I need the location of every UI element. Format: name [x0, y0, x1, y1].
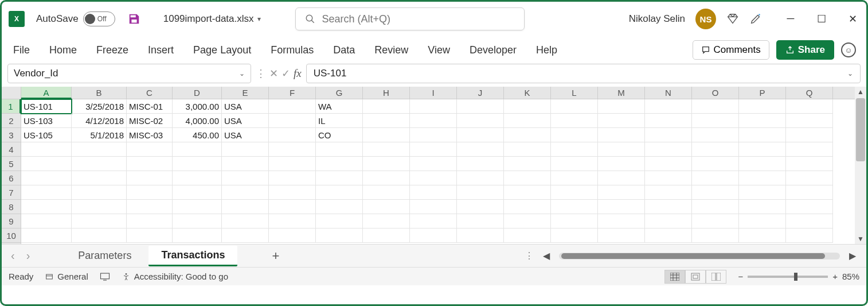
cell[interactable] — [457, 200, 504, 214]
cell[interactable] — [316, 171, 363, 185]
cell[interactable]: 5/1/2018 — [72, 128, 127, 142]
diamond-icon[interactable] — [726, 13, 739, 25]
cell[interactable] — [786, 157, 833, 171]
horizontal-scrollbar[interactable] — [559, 253, 840, 259]
cell[interactable] — [72, 185, 127, 200]
cell[interactable] — [551, 200, 598, 214]
cell[interactable] — [72, 214, 127, 228]
cell[interactable] — [786, 185, 833, 200]
cell[interactable] — [645, 171, 692, 185]
cell[interactable] — [739, 99, 786, 114]
cell[interactable] — [222, 171, 269, 185]
cell[interactable]: WA — [316, 99, 363, 114]
row-header[interactable]: 2 — [2, 114, 21, 128]
cell[interactable] — [786, 200, 833, 214]
cell[interactable] — [269, 99, 316, 114]
cell[interactable] — [551, 214, 598, 228]
cell[interactable] — [645, 228, 692, 243]
column-header[interactable]: M — [598, 87, 645, 99]
cell[interactable] — [645, 157, 692, 171]
cell[interactable] — [269, 128, 316, 142]
cell[interactable] — [222, 185, 269, 200]
maximize-button[interactable]: ☐ — [815, 13, 828, 25]
cell[interactable] — [645, 114, 692, 128]
column-header[interactable]: G — [316, 87, 363, 99]
cell[interactable] — [127, 142, 173, 157]
cell[interactable] — [21, 228, 72, 243]
column-header[interactable]: D — [173, 87, 222, 99]
cell[interactable] — [363, 228, 410, 243]
cell[interactable] — [457, 171, 504, 185]
cell[interactable] — [692, 128, 739, 142]
tab-help[interactable]: Help — [535, 42, 558, 59]
cell[interactable]: 3/25/2018 — [72, 99, 127, 114]
cell[interactable] — [504, 128, 551, 142]
status-accessibility[interactable]: Accessibility: Good to go — [122, 272, 228, 281]
cell[interactable] — [598, 214, 645, 228]
cell[interactable] — [504, 171, 551, 185]
cell[interactable] — [786, 128, 833, 142]
cell[interactable] — [127, 214, 173, 228]
cell[interactable] — [72, 142, 127, 157]
cell[interactable]: CO — [316, 128, 363, 142]
cell[interactable] — [410, 228, 457, 243]
cell[interactable] — [173, 228, 222, 243]
comments-button[interactable]: Comments — [693, 40, 769, 60]
cell[interactable]: US-105 — [21, 128, 72, 142]
avatar[interactable]: NS — [695, 9, 716, 29]
cell[interactable] — [457, 114, 504, 128]
autosave-toggle[interactable]: AutoSave Off — [36, 11, 115, 26]
cell[interactable] — [316, 214, 363, 228]
tab-review[interactable]: Review — [373, 42, 409, 59]
cell[interactable] — [173, 214, 222, 228]
scroll-down-icon[interactable]: ▼ — [855, 235, 866, 243]
cell[interactable] — [739, 157, 786, 171]
cell[interactable] — [739, 228, 786, 243]
cell[interactable] — [127, 157, 173, 171]
cell[interactable]: US-103 — [21, 114, 72, 128]
sheet-tab-parameters[interactable]: Parameters — [65, 246, 144, 265]
cell[interactable] — [457, 157, 504, 171]
cell[interactable] — [363, 214, 410, 228]
cell[interactable] — [269, 200, 316, 214]
normal-view-button[interactable] — [664, 270, 685, 284]
cell[interactable] — [127, 200, 173, 214]
cell[interactable] — [645, 128, 692, 142]
cell[interactable] — [457, 214, 504, 228]
cell[interactable]: 4,000.00 — [173, 114, 222, 128]
zoom-in-button[interactable]: + — [832, 272, 838, 281]
cell[interactable] — [316, 200, 363, 214]
cell[interactable] — [551, 114, 598, 128]
cell[interactable] — [739, 171, 786, 185]
cell[interactable] — [410, 171, 457, 185]
select-all-corner[interactable] — [2, 87, 21, 99]
cell[interactable] — [504, 214, 551, 228]
cell[interactable] — [692, 142, 739, 157]
cell[interactable] — [222, 157, 269, 171]
cell[interactable] — [504, 99, 551, 114]
cell[interactable] — [222, 228, 269, 243]
cell[interactable] — [457, 185, 504, 200]
sheet-nav-next-icon[interactable]: › — [23, 249, 34, 262]
cell[interactable] — [739, 200, 786, 214]
cell[interactable] — [269, 114, 316, 128]
filename[interactable]: 1099import-data.xlsx ▾ — [163, 13, 261, 25]
cell[interactable] — [598, 142, 645, 157]
tab-file[interactable]: File — [12, 42, 31, 59]
cell[interactable] — [645, 142, 692, 157]
cell[interactable] — [504, 142, 551, 157]
minimize-button[interactable]: ─ — [784, 13, 797, 25]
cell[interactable] — [21, 142, 72, 157]
cell[interactable] — [363, 114, 410, 128]
tab-insert[interactable]: Insert — [147, 42, 175, 59]
tab-developer[interactable]: Developer — [468, 42, 518, 59]
tab-home[interactable]: Home — [48, 42, 78, 59]
cell[interactable] — [363, 157, 410, 171]
cell[interactable] — [504, 185, 551, 200]
zoom-out-button[interactable]: − — [738, 272, 743, 281]
close-button[interactable]: ✕ — [846, 13, 859, 25]
cell[interactable]: 4/12/2018 — [72, 114, 127, 128]
zoom-level[interactable]: 85% — [842, 272, 859, 281]
column-header[interactable]: J — [457, 87, 504, 99]
cell[interactable] — [21, 214, 72, 228]
